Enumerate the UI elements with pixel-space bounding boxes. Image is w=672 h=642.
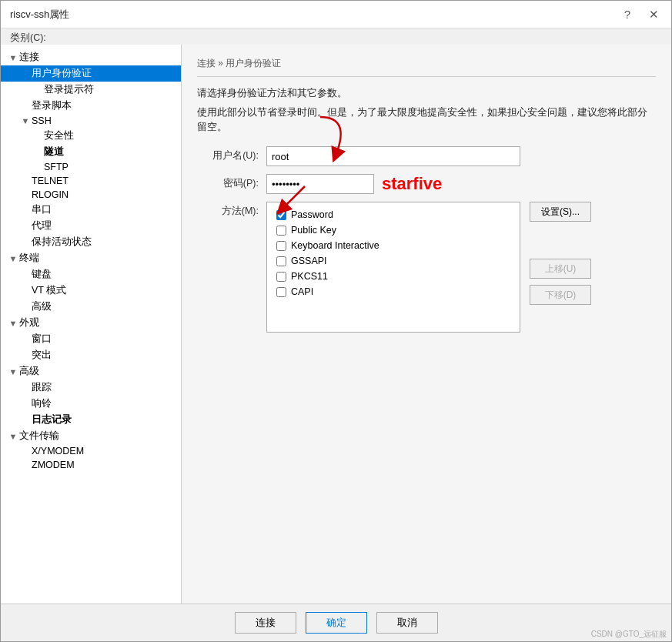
sidebar-item-xymodem[interactable]: X/YMODEM bbox=[1, 444, 181, 458]
dialog-body: ▼ 连接 用户身份验证 登录提示符 登录脚本 ▼ SSH 安全性 bbox=[1, 45, 671, 604]
sidebar-item-sftp[interactable]: SFTP bbox=[1, 160, 181, 174]
expander-icon: ▼ bbox=[7, 432, 19, 441]
move-up-button[interactable]: 上移(U) bbox=[530, 259, 591, 279]
sidebar: ▼ 连接 用户身份验证 登录提示符 登录脚本 ▼ SSH 安全性 bbox=[1, 45, 182, 604]
sidebar-item-keepalive[interactable]: 保持活动状态 bbox=[1, 234, 181, 250]
sidebar-item-rlogin[interactable]: RLOGIN bbox=[1, 188, 181, 202]
sidebar-item-keyboard[interactable]: 键盘 bbox=[1, 266, 181, 283]
title-bar-buttons: ? ✕ bbox=[621, 6, 662, 23]
password-row: 密码(P): starfive bbox=[197, 174, 656, 194]
settings-button[interactable]: 设置(S)... bbox=[530, 202, 591, 222]
checkbox-capi[interactable] bbox=[276, 287, 286, 297]
sidebar-item-zmodem[interactable]: ZMODEM bbox=[1, 458, 181, 472]
method-keyboard-interactive-label: Keyboard Interactive bbox=[291, 240, 379, 251]
cancel-button[interactable]: 取消 bbox=[376, 612, 438, 634]
username-control bbox=[266, 146, 520, 166]
expander-icon: ▼ bbox=[7, 53, 19, 62]
method-row: 方法(M): Password Public Key bbox=[197, 202, 656, 333]
method-keyboard-interactive: Keyboard Interactive bbox=[275, 238, 512, 253]
help-button[interactable]: ? bbox=[621, 6, 634, 22]
sidebar-item-login-hint[interactable]: 登录提示符 bbox=[1, 82, 181, 98]
methods-area: Password Public Key Keyboard Interactive bbox=[266, 202, 591, 333]
starfive-annotation: starfive bbox=[382, 174, 442, 194]
method-gssapi: GSSAPI bbox=[275, 253, 512, 269]
close-button[interactable]: ✕ bbox=[646, 6, 662, 23]
side-buttons: 设置(S)... 上移(U) 下移(D) bbox=[530, 202, 591, 305]
desc1: 请选择身份验证方法和其它参数。 bbox=[197, 86, 656, 101]
username-label: 用户名(U): bbox=[197, 146, 266, 162]
password-control: starfive bbox=[266, 174, 520, 194]
main-content: 连接 » 用户身份验证 请选择身份验证方法和其它参数。 使用此部分以节省登录时间… bbox=[182, 45, 671, 604]
username-row: 用户名(U): bbox=[197, 146, 656, 166]
method-public-key-label: Public Key bbox=[291, 225, 336, 236]
title-bar: riscv-ssh属性 ? ✕ bbox=[1, 1, 671, 28]
watermark: CSDN @GTO_远征服 bbox=[591, 629, 667, 640]
sidebar-item-tunnel[interactable]: 隧道 bbox=[1, 144, 181, 160]
method-gssapi-label: GSSAPI bbox=[291, 256, 327, 266]
sidebar-item-telnet[interactable]: TELNET bbox=[1, 174, 181, 188]
sidebar-item-connect[interactable]: ▼ 连接 bbox=[1, 49, 181, 65]
form-area: 用户名(U): 密码(P): starfive bbox=[197, 146, 656, 591]
sidebar-item-window[interactable]: 窗口 bbox=[1, 331, 181, 347]
category-label: 类别(C): bbox=[1, 28, 671, 45]
checkbox-keyboard-interactive[interactable] bbox=[276, 241, 286, 251]
expander-icon: ▼ bbox=[7, 254, 19, 263]
method-password: Password bbox=[275, 207, 512, 222]
move-down-button[interactable]: 下移(D) bbox=[530, 285, 591, 305]
sidebar-item-trace[interactable]: 跟踪 bbox=[1, 380, 181, 396]
sidebar-item-appearance[interactable]: ▼ 外观 bbox=[1, 315, 181, 331]
sidebar-item-security[interactable]: 安全性 bbox=[1, 128, 181, 144]
method-label: 方法(M): bbox=[197, 202, 266, 218]
method-pkcs11: PKCS11 bbox=[275, 269, 512, 284]
sidebar-item-advanced[interactable]: ▼ 高级 bbox=[1, 363, 181, 380]
checkbox-public-key[interactable] bbox=[276, 226, 286, 236]
dialog-title: riscv-ssh属性 bbox=[10, 8, 69, 22]
sidebar-item-advanced-terminal[interactable]: 高级 bbox=[1, 299, 181, 315]
sidebar-item-ssh[interactable]: ▼ SSH bbox=[1, 114, 181, 128]
dialog-footer: 连接 确定 取消 bbox=[1, 604, 671, 641]
method-capi-label: CAPI bbox=[291, 286, 313, 297]
sidebar-item-proxy[interactable]: 代理 bbox=[1, 218, 181, 234]
sidebar-item-serial[interactable]: 串口 bbox=[1, 202, 181, 218]
password-input[interactable] bbox=[266, 174, 374, 194]
password-label: 密码(P): bbox=[197, 174, 266, 190]
checkbox-password[interactable] bbox=[276, 210, 286, 220]
connect-button[interactable]: 连接 bbox=[235, 612, 296, 634]
main-dialog: riscv-ssh属性 ? ✕ 类别(C): ▼ 连接 用户身份验证 登录提示符 bbox=[0, 0, 672, 642]
expander-icon: ▼ bbox=[7, 367, 19, 376]
expander-icon: ▼ bbox=[19, 116, 32, 125]
methods-box: Password Public Key Keyboard Interactive bbox=[266, 202, 520, 333]
checkbox-pkcs11[interactable] bbox=[276, 272, 286, 282]
sidebar-item-terminal[interactable]: ▼ 终端 bbox=[1, 250, 181, 266]
checkbox-gssapi[interactable] bbox=[276, 256, 286, 266]
username-input[interactable] bbox=[266, 146, 520, 166]
sidebar-item-vt-mode[interactable]: VT 模式 bbox=[1, 283, 181, 299]
sidebar-item-bell[interactable]: 响铃 bbox=[1, 396, 181, 412]
breadcrumb: 连接 » 用户身份验证 bbox=[197, 57, 656, 77]
ok-button[interactable]: 确定 bbox=[306, 612, 367, 634]
sidebar-item-file-transfer[interactable]: ▼ 文件传输 bbox=[1, 428, 181, 444]
method-capi: CAPI bbox=[275, 284, 512, 299]
sidebar-item-login-script[interactable]: 登录脚本 bbox=[1, 98, 181, 114]
expander-icon: ▼ bbox=[7, 319, 19, 328]
sidebar-item-user-auth[interactable]: 用户身份验证 bbox=[1, 65, 181, 82]
method-pkcs11-label: PKCS11 bbox=[291, 271, 328, 282]
sidebar-item-highlight[interactable]: 突出 bbox=[1, 347, 181, 363]
method-password-label: Password bbox=[291, 209, 333, 220]
method-public-key: Public Key bbox=[275, 222, 512, 238]
desc2: 使用此部分以节省登录时间。但是，为了最大限度地提高安全性，如果担心安全问题，建议… bbox=[197, 105, 656, 135]
sidebar-item-log[interactable]: 日志记录 bbox=[1, 412, 181, 428]
